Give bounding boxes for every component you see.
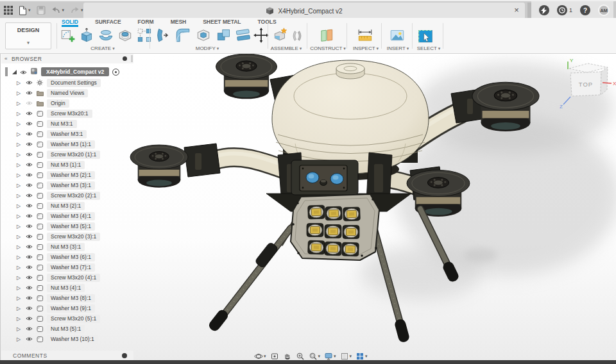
browser-item[interactable]: Screw M3x20 (3):1 bbox=[1, 231, 133, 242]
redo-icon[interactable] bbox=[70, 6, 83, 15]
fillet-icon[interactable] bbox=[175, 27, 191, 44]
browser-item[interactable]: Screw M3x20 (1):1 bbox=[1, 149, 133, 160]
browser-item[interactable]: Document Settings bbox=[1, 78, 133, 88]
drone-rotor-top-right[interactable] bbox=[472, 82, 539, 131]
browser-item[interactable]: Washer M3 (8):1 bbox=[1, 293, 133, 303]
item-label[interactable]: Screw M3x20 (1):1 bbox=[47, 151, 100, 159]
drone-rotor-left[interactable] bbox=[130, 145, 188, 188]
browser-item[interactable]: Washer M3 (2):1 bbox=[1, 170, 133, 180]
view-cube[interactable]: TOP Y X Z bbox=[558, 56, 616, 112]
item-label[interactable]: Screw M3x20 (2):1 bbox=[47, 192, 100, 200]
browser-item[interactable]: Nut M3 (5):1 bbox=[1, 324, 133, 334]
expand-arrow-icon[interactable] bbox=[17, 306, 22, 311]
grid-settings-icon[interactable] bbox=[339, 352, 353, 361]
visibility-eye-icon[interactable] bbox=[25, 224, 33, 229]
item-label[interactable]: Screw M3x20 (5):1 bbox=[47, 315, 100, 323]
press-pull-icon[interactable] bbox=[154, 27, 171, 44]
select-group-label[interactable]: SELECT bbox=[417, 46, 441, 51]
browser-item[interactable]: Named Views bbox=[1, 88, 133, 98]
item-label[interactable]: Washer M3 (9):1 bbox=[47, 304, 95, 313]
expand-arrow-icon[interactable] bbox=[17, 295, 22, 301]
browser-item[interactable]: Washer M3 (9):1 bbox=[1, 303, 133, 313]
construct-plane-icon[interactable] bbox=[318, 27, 335, 44]
expand-arrow-icon[interactable] bbox=[17, 224, 22, 229]
workspace-switcher-design[interactable]: DESIGN bbox=[5, 22, 51, 49]
expand-arrow-icon[interactable] bbox=[17, 326, 22, 332]
expand-arrow-icon[interactable] bbox=[17, 80, 22, 86]
ribbon-tab-sheet-metal[interactable]: SHEET METAL bbox=[203, 19, 241, 27]
visibility-eye-icon[interactable] bbox=[25, 162, 33, 167]
item-label[interactable]: Named Views bbox=[47, 89, 88, 97]
pattern-icon[interactable] bbox=[136, 27, 153, 44]
visibility-eye-icon[interactable] bbox=[25, 213, 33, 219]
visibility-eye-icon[interactable] bbox=[25, 142, 33, 147]
expand-arrow-icon[interactable] bbox=[17, 101, 22, 106]
revolve-icon[interactable] bbox=[98, 27, 114, 44]
item-label[interactable]: Screw M3x20 (4):1 bbox=[47, 274, 100, 282]
browser-item[interactable]: Washer M3 (5):1 bbox=[1, 221, 133, 231]
expand-arrow-icon[interactable] bbox=[17, 193, 22, 199]
collapse-browser-icon[interactable] bbox=[4, 56, 8, 62]
visibility-eye-icon[interactable] bbox=[25, 326, 33, 331]
item-label[interactable]: Washer M3:1 bbox=[47, 130, 87, 138]
close-tab-icon[interactable] bbox=[512, 6, 521, 15]
item-label[interactable]: Washer M3 (3):1 bbox=[47, 181, 95, 190]
viewport-canvas[interactable]: BROWSER X4Hybrid_Compact v2 Document Set… bbox=[0, 54, 616, 360]
expand-arrow-icon[interactable] bbox=[17, 142, 22, 147]
browser-item[interactable]: Washer M3:1 bbox=[1, 129, 133, 139]
ribbon-tab-surface[interactable]: SURFACE bbox=[95, 19, 121, 27]
item-label[interactable]: Washer M3 (1):1 bbox=[47, 140, 95, 149]
expand-arrow-icon[interactable] bbox=[17, 183, 22, 188]
browser-item[interactable]: Washer M3 (6):1 bbox=[1, 252, 133, 262]
visibility-eye-icon[interactable] bbox=[25, 193, 33, 198]
expand-arrow-icon[interactable] bbox=[17, 234, 22, 240]
extrude-icon[interactable] bbox=[78, 27, 95, 44]
ribbon-tab-mesh[interactable]: MESH bbox=[171, 19, 187, 27]
item-label[interactable]: Washer M3 (8):1 bbox=[47, 294, 95, 302]
item-label[interactable]: Nut M3 (3):1 bbox=[47, 243, 85, 251]
browser-item[interactable]: Screw M3x20:1 bbox=[1, 108, 133, 119]
orbit-icon[interactable] bbox=[253, 352, 267, 361]
look-at-icon[interactable] bbox=[270, 352, 280, 361]
expand-arrow-icon[interactable] bbox=[17, 244, 22, 250]
select-tool-icon[interactable] bbox=[417, 27, 434, 44]
item-label[interactable]: Washer M3 (10):1 bbox=[47, 335, 98, 343]
expand-arrow-icon[interactable] bbox=[17, 172, 22, 178]
visibility-eye-icon[interactable] bbox=[25, 203, 33, 208]
visibility-eye-icon[interactable] bbox=[25, 295, 33, 301]
viewcube-top-face-label[interactable]: TOP bbox=[579, 81, 593, 88]
joint-icon[interactable] bbox=[290, 29, 304, 43]
browser-item[interactable]: Washer M3 (3):1 bbox=[1, 180, 133, 190]
save-icon[interactable] bbox=[37, 6, 46, 15]
item-label[interactable]: Origin bbox=[47, 99, 69, 108]
app-grid-icon[interactable] bbox=[4, 6, 13, 15]
item-label[interactable]: Nut M3 (1):1 bbox=[47, 161, 85, 169]
visibility-eye-icon[interactable] bbox=[25, 316, 33, 321]
visibility-eye-icon[interactable] bbox=[25, 265, 33, 270]
activate-component-radio[interactable] bbox=[112, 69, 119, 76]
shell-icon[interactable] bbox=[195, 27, 212, 44]
combine-icon[interactable] bbox=[216, 27, 232, 44]
expand-arrow-icon[interactable] bbox=[17, 131, 22, 137]
visibility-eye-icon[interactable] bbox=[25, 275, 33, 280]
insert-group-label[interactable]: INSERT bbox=[387, 46, 409, 51]
expand-arrow-icon[interactable] bbox=[17, 316, 22, 322]
expand-arrow-icon[interactable] bbox=[17, 90, 22, 96]
visibility-eye-icon[interactable] bbox=[25, 152, 33, 157]
browser-item[interactable]: Washer M3 (10):1 bbox=[1, 334, 133, 344]
create-sketch-icon[interactable] bbox=[59, 27, 76, 44]
visibility-eye-icon[interactable] bbox=[25, 131, 33, 136]
document-tab[interactable]: X4Hybrid_Compact v2 bbox=[83, 3, 525, 19]
drone-arm-left[interactable] bbox=[184, 144, 291, 177]
item-label[interactable]: Washer M3 (4):1 bbox=[47, 212, 95, 220]
scroll-grip[interactable] bbox=[5, 67, 8, 76]
panel-grip[interactable] bbox=[131, 55, 133, 62]
browser-item[interactable]: Origin bbox=[1, 98, 133, 108]
account-avatar[interactable]: AM bbox=[598, 4, 610, 16]
inspect-group-label[interactable]: INSPECT bbox=[353, 46, 379, 51]
item-label[interactable]: Screw M3x20 (3):1 bbox=[47, 233, 100, 241]
expand-arrow-icon[interactable] bbox=[17, 254, 22, 260]
visibility-eye-icon[interactable] bbox=[25, 183, 33, 188]
expand-arrow-icon[interactable] bbox=[17, 162, 22, 168]
browser-item[interactable]: Nut M3 (3):1 bbox=[1, 242, 133, 252]
